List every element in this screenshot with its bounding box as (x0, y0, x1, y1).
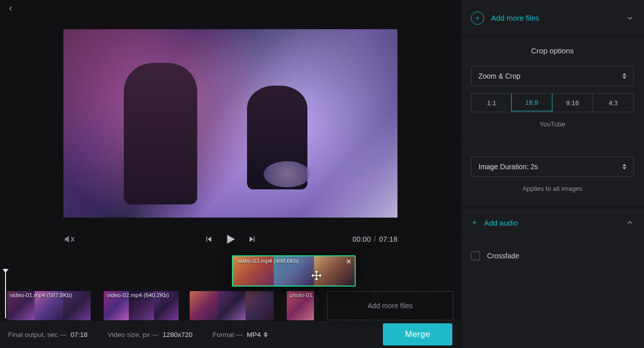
merge-button[interactable]: Merge (383, 323, 452, 345)
clip-label: photo-01.j… (290, 292, 314, 298)
move-cursor-icon (311, 270, 322, 281)
timeline-clip[interactable]: video-01.mp4 (587.8Kb) (7, 291, 91, 320)
chevron-down-icon[interactable] (626, 14, 634, 22)
play-button[interactable] (224, 233, 237, 246)
format-select[interactable]: Format — MP4 (212, 331, 268, 338)
aspect-ratio-group: 1:1 16:9 9:16 4:3 (471, 93, 634, 112)
image-duration-caption: Applies to all images (471, 185, 634, 192)
svg-marker-12 (264, 335, 268, 337)
ratio-4-3[interactable]: 4:3 (593, 94, 633, 112)
add-more-files-label: Add more files (491, 14, 539, 22)
back-button[interactable] (7, 5, 19, 17)
add-tile-label: Add more files (368, 302, 413, 310)
ratio-9-16[interactable]: 9:16 (552, 94, 593, 112)
svg-marker-15 (622, 73, 626, 76)
chevron-up-icon[interactable] (626, 219, 634, 227)
sort-arrows-icon (622, 164, 626, 170)
ratio-16-9[interactable]: 16:9 (511, 93, 552, 111)
svg-marker-11 (264, 332, 268, 334)
clip-label: video-03.mp4 (498.6Kb) (237, 258, 299, 264)
svg-marker-18 (622, 167, 626, 170)
video-preview[interactable] (63, 29, 397, 218)
add-more-files-row[interactable]: Add more files (461, 0, 644, 36)
total-time: 07:18 (379, 235, 397, 243)
svg-marker-2 (208, 237, 211, 242)
crop-mode-select[interactable]: Zoom & Crop (471, 66, 634, 86)
crop-caption: YouTube (471, 120, 634, 128)
svg-rect-3 (206, 237, 207, 242)
bottom-bar: Final output, sec — 07:18 Video size, px… (0, 320, 460, 348)
add-more-files-tile[interactable]: Add more files (327, 291, 453, 320)
mute-icon[interactable] (63, 234, 74, 245)
add-audio-row[interactable]: Add audio (461, 208, 644, 237)
timecode: 00:00/07:18 (353, 235, 397, 243)
prev-button[interactable] (205, 235, 213, 243)
clip-label: video-01.mp4 (587.8Kb) (10, 292, 72, 298)
timeline-clip[interactable] (190, 291, 273, 320)
clip-label: video-02.mp4 (640.2Kb) (107, 292, 169, 298)
timeline-clip[interactable]: video-02.mp4 (640.2Kb) (104, 291, 179, 320)
svg-marker-17 (622, 164, 626, 166)
video-size: Video size, px — 1280x720 (108, 331, 192, 338)
image-duration-select[interactable]: Image Duration: 2s (471, 157, 634, 177)
svg-marker-4 (227, 235, 235, 243)
final-output: Final output, sec — 07:18 (8, 331, 88, 338)
crossfade-checkbox[interactable] (471, 251, 480, 260)
svg-rect-6 (254, 237, 254, 242)
close-icon[interactable] (346, 258, 352, 264)
crossfade-row: Crossfade (461, 237, 644, 274)
add-audio-label: Add audio (484, 219, 518, 227)
timeline-clip[interactable]: photo-01.j… (287, 291, 314, 320)
dragging-clip[interactable]: video-03.mp4 (498.6Kb) (232, 255, 356, 287)
plus-circle-icon (471, 12, 484, 25)
svg-marker-16 (622, 77, 626, 79)
crossfade-label: Crossfade (487, 252, 519, 260)
ratio-1-1[interactable]: 1:1 (471, 94, 512, 112)
sort-arrows-icon (264, 332, 268, 337)
playhead[interactable] (5, 271, 6, 318)
image-duration-section: Image Duration: 2s Applies to all images (461, 143, 644, 208)
crop-options-section: Crop options Zoom & Crop 1:1 16:9 9:16 4… (461, 36, 644, 143)
next-button[interactable] (248, 235, 256, 243)
timeline[interactable]: video-01.mp4 (587.8Kb) video-02.mp4 (640… (0, 277, 460, 320)
crop-header: Crop options (471, 46, 634, 55)
plus-icon (471, 219, 478, 226)
svg-marker-5 (250, 237, 253, 242)
current-time: 00:00 (353, 235, 371, 243)
sort-arrows-icon (622, 73, 626, 79)
